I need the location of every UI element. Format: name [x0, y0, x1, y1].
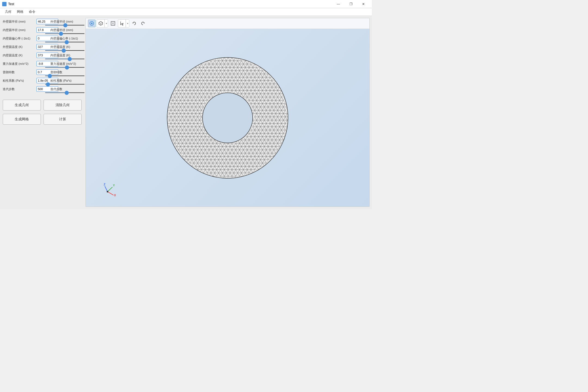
- svg-point-12: [203, 93, 252, 143]
- iterations-slider[interactable]: [45, 92, 84, 93]
- gravity-label: 重力加速度 (m/s^2): [3, 62, 35, 66]
- title-bar-left: Test: [2, 2, 14, 6]
- view2d-button[interactable]: [88, 20, 96, 27]
- viscosity-slider-row: [3, 84, 82, 85]
- viewport-toolbar: ▾ ▾: [86, 18, 369, 29]
- menu-item-geometry[interactable]: 几何: [2, 8, 14, 15]
- title-bar: Test — ❐ ✕: [0, 0, 372, 8]
- svg-text:X: X: [114, 194, 116, 197]
- axis-indicator: Z Y X: [99, 182, 116, 198]
- fit-view-button[interactable]: [109, 20, 117, 27]
- minimize-button[interactable]: —: [332, 0, 345, 8]
- outer-temp-label: 外壁圆温度 (K): [3, 45, 35, 49]
- outer-temp-slider[interactable]: [45, 50, 84, 51]
- action-buttons-row2: 生成网格 计算: [3, 114, 82, 125]
- generate-mesh-button[interactable]: 生成网格: [3, 114, 41, 125]
- prandtl-slider-row: [3, 75, 82, 76]
- svg-line-15: [108, 187, 112, 192]
- menu-bar: 几何 网格 命令: [0, 8, 372, 16]
- gravity-slider[interactable]: [45, 67, 84, 68]
- params-section: 外壁圆半径 (mm) 外壁圆半径 (mm) 内壁圆半径 (mm): [3, 19, 82, 94]
- svg-line-17: [108, 192, 114, 195]
- menu-item-mesh[interactable]: 网格: [14, 8, 26, 15]
- close-button[interactable]: ✕: [357, 0, 370, 8]
- viewport-area: ▾ ▾: [85, 18, 370, 207]
- app-icon: [2, 2, 7, 6]
- prandtl-label: 普朗特数: [3, 70, 35, 74]
- eccentricity-slider[interactable]: [45, 42, 84, 42]
- menu-item-command[interactable]: 命令: [26, 8, 38, 15]
- mesh-visualization: [162, 53, 293, 183]
- eccentricity-slider-row: [3, 42, 82, 42]
- inner-temp-slider[interactable]: [45, 59, 84, 59]
- window-title: Test: [8, 2, 14, 6]
- inner-temp-label: 内壁圆温度 (K): [3, 53, 35, 57]
- svg-marker-3: [99, 22, 103, 24]
- view3d-dropdown[interactable]: ▾: [105, 20, 108, 27]
- outer-radius-slider[interactable]: [45, 25, 84, 26]
- view3d-group: ▾: [97, 19, 108, 27]
- calculate-button[interactable]: 计算: [44, 114, 82, 125]
- generate-geometry-button[interactable]: 生成几何: [3, 100, 41, 111]
- left-panel: 外壁圆半径 (mm) 外壁圆半径 (mm) 内壁圆半径 (mm): [0, 16, 84, 209]
- rotate-ccw-button[interactable]: [130, 20, 138, 27]
- content-area: 外壁圆半径 (mm) 外壁圆半径 (mm) 内壁圆半径 (mm): [0, 16, 372, 209]
- svg-text:Z: Z: [104, 183, 105, 186]
- inner-radius-slider-row: [3, 33, 82, 34]
- view3d-button[interactable]: [97, 20, 105, 27]
- svg-point-19: [107, 191, 108, 192]
- viscosity-slider[interactable]: [45, 84, 84, 85]
- svg-text:Y: Y: [113, 184, 115, 187]
- outer-temp-slider-row: [3, 50, 82, 51]
- clear-geometry-button[interactable]: 清除几何: [44, 100, 82, 111]
- action-buttons-row1: 生成几何 清除几何: [3, 100, 82, 111]
- inner-radius-label: 内壁圆半径 (mm): [3, 28, 35, 32]
- mesh-svg: [162, 53, 293, 183]
- prandtl-slider[interactable]: [45, 75, 84, 76]
- main-container: 几何 网格 命令 外壁圆半径 (mm) 外壁圆半径 (mm): [0, 8, 372, 209]
- title-bar-controls: — ❐ ✕: [332, 0, 370, 8]
- outer-radius-label: 外壁圆半径 (mm): [3, 20, 35, 24]
- viscosity-label: 粘性系数 (Pa*s): [3, 79, 35, 83]
- inner-radius-slider[interactable]: [45, 33, 84, 34]
- svg-line-13: [105, 186, 108, 192]
- maximize-button[interactable]: ❐: [345, 0, 357, 8]
- iterations-slider-row: [3, 92, 82, 93]
- select-button[interactable]: [118, 20, 126, 27]
- gravity-slider-row: [3, 67, 82, 68]
- select-group: ▾: [118, 19, 129, 27]
- inner-temp-slider-row: [3, 59, 82, 59]
- outer-radius-slider-row: [3, 25, 82, 26]
- rotate-cw-button[interactable]: [139, 20, 147, 27]
- iterations-label: 迭代步数: [3, 87, 35, 91]
- viewport-canvas[interactable]: Z Y X: [86, 29, 369, 207]
- select-dropdown[interactable]: ▾: [126, 20, 129, 27]
- eccentricity-label: 内壁圆偏心率 (-1to1): [3, 36, 35, 41]
- svg-point-1: [91, 23, 93, 24]
